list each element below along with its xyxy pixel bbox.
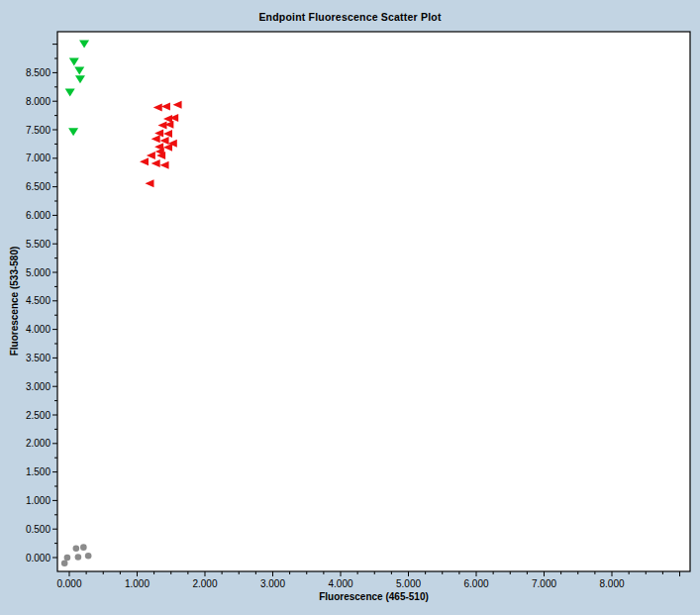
data-point <box>85 553 92 560</box>
data-point <box>75 554 82 561</box>
y-tick-label: 1.500 <box>26 466 50 477</box>
scatter-plot-canvas: 0.0001.0002.0003.0004.0005.0006.0007.000… <box>0 0 700 615</box>
scatter-plot-window: Endpoint Fluorescence Scatter Plot Fluor… <box>0 0 700 615</box>
x-axis-tick-labels: 0.0001.0002.0003.0004.0005.0006.0007.000… <box>56 578 624 589</box>
y-tick-label: 0.000 <box>26 553 50 564</box>
x-tick-label: 6.000 <box>463 578 488 589</box>
y-tick-label: 8.500 <box>26 67 50 78</box>
x-tick-label: 0.000 <box>56 578 81 589</box>
y-tick-label: 3.500 <box>26 353 50 363</box>
y-tick-label: 0.500 <box>26 524 50 535</box>
y-tick-label: 2.000 <box>26 438 50 449</box>
y-tick-label: 5.500 <box>26 239 50 250</box>
x-axis-ticks <box>69 571 680 576</box>
y-tick-label: 2.500 <box>26 410 50 421</box>
x-tick-label: 5.000 <box>396 578 421 589</box>
y-tick-label: 4.500 <box>26 295 50 306</box>
x-tick-label: 2.000 <box>192 578 217 589</box>
x-tick-label: 7.000 <box>532 578 556 589</box>
data-point <box>73 545 80 552</box>
x-tick-label: 8.000 <box>599 578 624 589</box>
y-tick-label: 3.000 <box>26 381 50 392</box>
x-tick-label: 1.000 <box>125 578 150 589</box>
data-point <box>80 544 87 551</box>
y-tick-label: 7.000 <box>26 153 50 163</box>
y-tick-label: 6.500 <box>26 181 50 192</box>
y-tick-label: 5.000 <box>26 267 50 278</box>
x-tick-label: 3.000 <box>260 578 285 589</box>
y-tick-label: 4.000 <box>26 324 50 335</box>
y-axis-ticks <box>52 45 57 558</box>
y-tick-label: 1.000 <box>26 495 50 506</box>
y-tick-label: 7.500 <box>26 125 50 136</box>
data-point <box>61 560 68 566</box>
data-point <box>64 555 71 562</box>
plot-area <box>57 32 690 571</box>
y-axis-tick-labels: 0.0000.5001.0001.5002.0002.5003.0003.500… <box>26 67 50 564</box>
x-tick-label: 4.000 <box>328 578 352 589</box>
y-tick-label: 6.000 <box>26 210 50 221</box>
y-tick-label: 8.000 <box>26 96 50 107</box>
